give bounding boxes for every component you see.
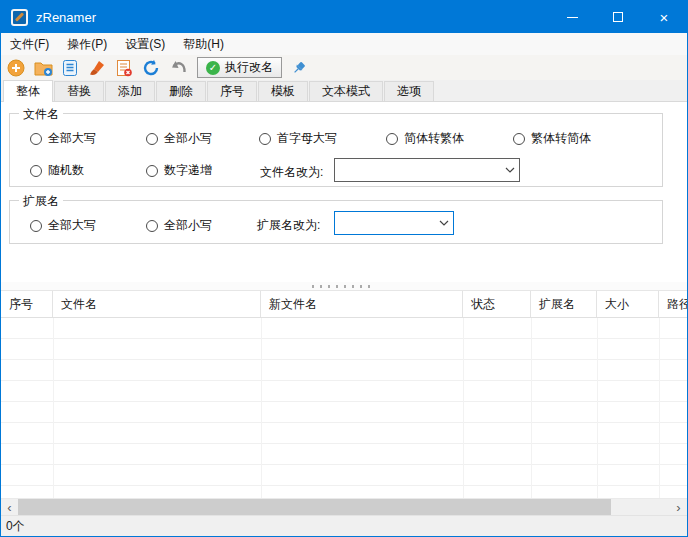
scrollbar-track[interactable] xyxy=(611,499,670,515)
tab-page-whole: 文件名 全部大写 全部小写 首字母大写 简体转繁体 繁体转简体 xyxy=(1,102,687,282)
execute-rename-button[interactable]: ✓ 执行改名 xyxy=(197,57,282,78)
splitter-dots-icon xyxy=(312,285,376,288)
file-table-body[interactable] xyxy=(1,318,687,498)
radio-icon xyxy=(30,133,42,145)
pin-icon[interactable] xyxy=(289,58,309,78)
radio-lowercase[interactable]: 全部小写 xyxy=(146,130,212,147)
scroll-right-button[interactable]: › xyxy=(670,499,687,515)
radio-label: 全部小写 xyxy=(164,130,212,147)
file-count: 0个 xyxy=(6,518,25,535)
pencil-icon xyxy=(15,12,24,21)
tab-replace[interactable]: 替换 xyxy=(54,81,104,101)
radio-icon xyxy=(146,220,158,232)
check-icon: ✓ xyxy=(206,61,220,75)
menu-file[interactable]: 文件(F) xyxy=(1,33,58,55)
app-icon xyxy=(11,9,28,26)
radio-icon xyxy=(30,165,42,177)
scrollbar-thumb[interactable] xyxy=(18,499,611,515)
column-header-status[interactable]: 状态 xyxy=(463,291,531,317)
app-window: zRenamer × 文件(F) 操作(P) 设置(S) 帮助(H) xyxy=(0,0,688,537)
radio-icon xyxy=(386,133,398,145)
radio-ext-uppercase[interactable]: 全部大写 xyxy=(30,217,96,234)
radio-label: 全部小写 xyxy=(164,217,212,234)
window-controls: × xyxy=(549,1,687,33)
table-column-divider xyxy=(597,318,598,498)
radio-simplified-to-traditional[interactable]: 简体转繁体 xyxy=(386,130,464,147)
table-column-divider xyxy=(531,318,532,498)
add-files-icon[interactable] xyxy=(6,58,26,78)
radio-label: 数字递增 xyxy=(164,162,212,179)
minimize-button[interactable] xyxy=(549,1,595,33)
radio-random-number[interactable]: 随机数 xyxy=(30,162,84,179)
close-button[interactable]: × xyxy=(641,1,687,33)
column-header-size[interactable]: 大小 xyxy=(597,291,659,317)
clear-list-icon[interactable] xyxy=(87,58,107,78)
chevron-down-icon xyxy=(501,167,519,173)
column-header-extension[interactable]: 扩展名 xyxy=(531,291,597,317)
undo-icon[interactable] xyxy=(168,58,188,78)
tab-strip: 整体 替换 添加 删除 序号 模板 文本模式 选项 xyxy=(1,80,687,102)
radio-uppercase[interactable]: 全部大写 xyxy=(30,130,96,147)
radio-icon xyxy=(259,133,271,145)
extension-rename-label: 扩展名改为: xyxy=(257,217,320,234)
radio-ext-lowercase[interactable]: 全部小写 xyxy=(146,217,212,234)
tab-text-mode[interactable]: 文本模式 xyxy=(309,81,383,101)
tab-options[interactable]: 选项 xyxy=(384,81,434,101)
column-header-index[interactable]: 序号 xyxy=(1,291,53,317)
radio-capitalize[interactable]: 首字母大写 xyxy=(259,130,337,147)
column-header-newname[interactable]: 新文件名 xyxy=(261,291,463,317)
radio-icon xyxy=(30,220,42,232)
table-column-divider xyxy=(659,318,660,498)
file-table-header: 序号 文件名 新文件名 状态 扩展名 大小 路径 xyxy=(1,291,687,318)
status-bar: 0个 xyxy=(1,515,687,536)
extension-rename-combobox[interactable] xyxy=(334,211,454,235)
execute-rename-label: 执行改名 xyxy=(225,59,273,76)
filename-rename-label: 文件名改为: xyxy=(260,164,323,181)
scroll-left-button[interactable]: ‹ xyxy=(1,499,18,515)
menu-bar: 文件(F) 操作(P) 设置(S) 帮助(H) xyxy=(1,33,687,55)
menu-operation[interactable]: 操作(P) xyxy=(58,33,116,55)
horizontal-scrollbar: ‹ › xyxy=(1,498,687,515)
radio-label: 繁体转简体 xyxy=(531,130,591,147)
add-folder-icon[interactable] xyxy=(33,58,53,78)
remove-file-icon[interactable] xyxy=(114,58,134,78)
radio-label: 简体转繁体 xyxy=(404,130,464,147)
column-header-filename[interactable]: 文件名 xyxy=(53,291,261,317)
splitter-handle[interactable] xyxy=(1,282,687,291)
table-column-divider xyxy=(463,318,464,498)
radio-label: 全部大写 xyxy=(48,130,96,147)
title-bar: zRenamer × xyxy=(1,1,687,33)
radio-icon xyxy=(146,133,158,145)
filename-groupbox: 文件名 全部大写 全部小写 首字母大写 简体转繁体 繁体转简体 xyxy=(9,113,663,187)
column-header-path[interactable]: 路径 xyxy=(659,291,687,317)
maximize-icon xyxy=(613,12,623,22)
extension-groupbox: 扩展名 全部大写 全部小写 扩展名改为: xyxy=(9,200,663,244)
radio-number-increment[interactable]: 数字递增 xyxy=(146,162,212,179)
filename-group-title: 文件名 xyxy=(19,106,63,123)
tab-whole[interactable]: 整体 xyxy=(3,80,53,102)
menu-settings[interactable]: 设置(S) xyxy=(116,33,174,55)
radio-icon xyxy=(513,133,525,145)
close-icon: × xyxy=(660,10,669,25)
tab-delete[interactable]: 删除 xyxy=(156,81,206,101)
radio-label: 全部大写 xyxy=(48,217,96,234)
extension-group-title: 扩展名 xyxy=(19,193,63,210)
maximize-button[interactable] xyxy=(595,1,641,33)
menu-help[interactable]: 帮助(H) xyxy=(174,33,233,55)
radio-label: 首字母大写 xyxy=(277,130,337,147)
chevron-down-icon xyxy=(435,220,453,226)
filename-rename-combobox[interactable] xyxy=(334,158,520,182)
radio-traditional-to-simplified[interactable]: 繁体转简体 xyxy=(513,130,591,147)
table-column-divider xyxy=(261,318,262,498)
tab-add[interactable]: 添加 xyxy=(105,81,155,101)
file-list-icon[interactable] xyxy=(60,58,80,78)
tab-template[interactable]: 模板 xyxy=(258,81,308,101)
radio-icon xyxy=(146,165,158,177)
refresh-icon[interactable] xyxy=(141,58,161,78)
tab-number[interactable]: 序号 xyxy=(207,81,257,101)
window-title: zRenamer xyxy=(36,10,96,25)
table-column-divider xyxy=(53,318,54,498)
toolbar: ✓ 执行改名 xyxy=(1,55,687,80)
minimize-icon xyxy=(567,17,578,18)
radio-label: 随机数 xyxy=(48,162,84,179)
